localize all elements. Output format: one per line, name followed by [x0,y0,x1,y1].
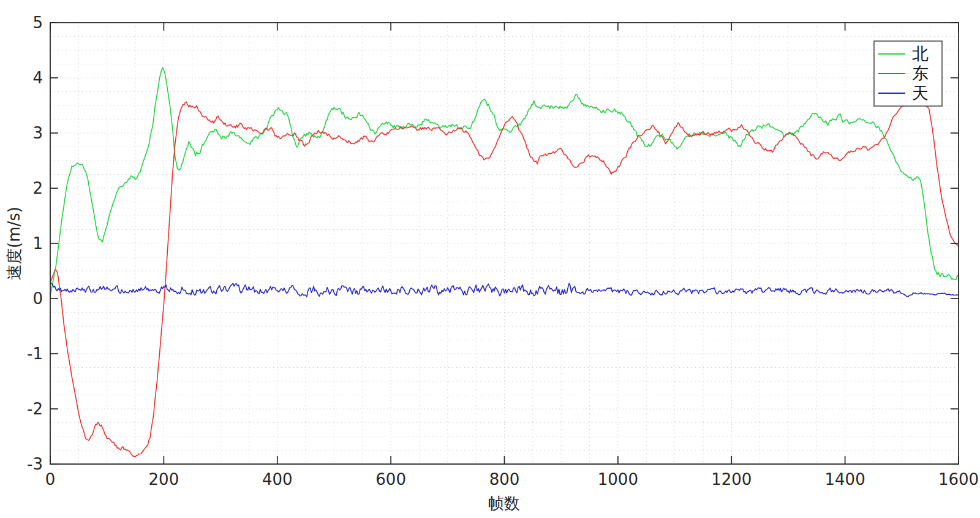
legend-label-north: 北 [912,44,929,63]
y-tick-label: 2 [32,179,43,197]
legend-label-up: 天 [912,83,929,102]
y-tick-labels: -3-2-1012345 [27,13,43,473]
x-tick-label: 1400 [825,470,865,489]
legend-label-east: 东 [912,64,929,83]
x-tick-label: 400 [262,470,293,489]
legend: 北 东 天 [874,41,942,106]
y-tick-label: -1 [27,345,43,363]
x-axis-label: 帧数 [488,494,520,512]
velocity-chart: 02004006008001000120014001600 -3-2-10123… [0,0,980,518]
x-tick-label: 1200 [711,470,752,489]
y-tick-label: 5 [32,13,43,32]
y-tick-label: 1 [32,234,43,253]
x-tick-label: 0 [45,470,56,489]
x-tick-labels: 02004006008001000120014001600 [45,470,979,489]
y-tick-label: 4 [32,69,43,87]
x-tick-label: 200 [149,470,179,489]
x-tick-label: 1000 [598,470,638,489]
y-axis-label: 速度(m/s) [5,207,23,280]
y-tick-label: 0 [32,289,43,308]
x-tick-label: 1600 [938,470,979,489]
y-tick-label: 3 [32,124,43,142]
y-tick-label: -2 [27,400,43,418]
y-tick-label: -3 [27,455,43,473]
figure: 02004006008001000120014001600 -3-2-10123… [0,0,980,518]
x-tick-label: 600 [375,470,406,489]
x-tick-label: 800 [489,470,520,489]
